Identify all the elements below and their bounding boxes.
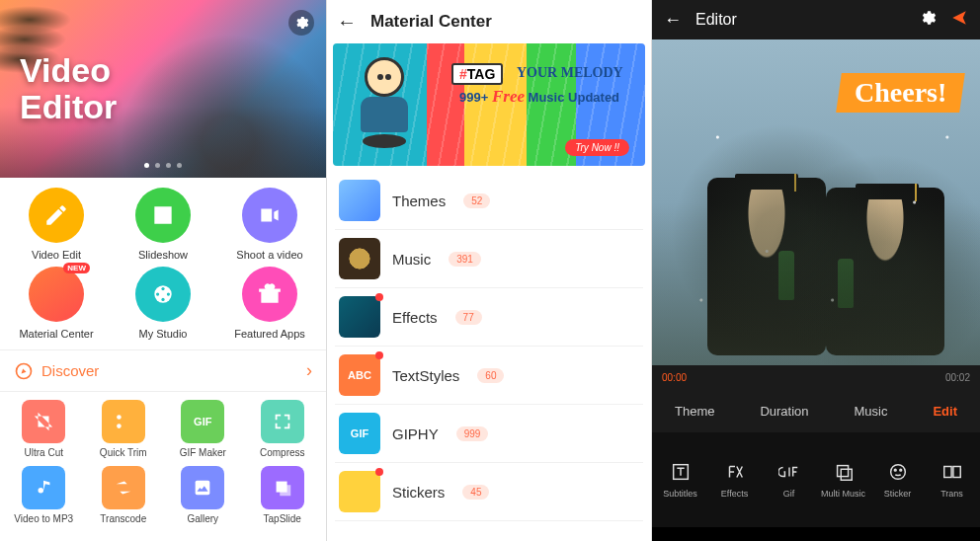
- text-overlay[interactable]: Cheers!: [839, 73, 962, 113]
- back-button[interactable]: ←: [664, 10, 682, 31]
- count-badge: 77: [455, 310, 482, 325]
- editor-tabs: Theme Duration Music Edit: [652, 389, 980, 432]
- home-screen: Video Editor Video Edit Slideshow Shoot …: [0, 0, 326, 541]
- count-badge: 391: [449, 252, 481, 267]
- screen-title: Material Center: [370, 12, 492, 32]
- settings-button[interactable]: [919, 9, 937, 31]
- menu-label: Material Center: [19, 328, 93, 340]
- tool-video-to-mp3[interactable]: Video to MP3: [6, 466, 82, 524]
- main-menu-grid: Video Edit Slideshow Shoot a video NEW M…: [0, 178, 326, 346]
- convert-icon: [113, 477, 134, 499]
- chevron-right-icon: ›: [306, 360, 312, 381]
- tool-quick-trim[interactable]: Quick Trim: [86, 400, 162, 458]
- tab-theme[interactable]: Theme: [675, 404, 714, 419]
- svg-rect-10: [280, 485, 290, 496]
- menu-featured-apps[interactable]: Featured Apps: [219, 267, 320, 340]
- material-center-screen: ← Material Center #TAG YOUR MELODY 999+ …: [326, 0, 652, 541]
- tool-gif[interactable]: Gif: [763, 461, 815, 499]
- screen-title: Editor: [695, 11, 737, 29]
- discover-row[interactable]: Discover ›: [0, 349, 326, 392]
- scissors-icon: [113, 411, 134, 432]
- material-row-music[interactable]: Music 391: [335, 230, 643, 288]
- new-dot: [375, 468, 383, 476]
- text-icon: [670, 461, 692, 483]
- time-end: 00:02: [945, 372, 970, 383]
- slides-icon: [272, 477, 293, 499]
- svg-rect-13: [841, 469, 852, 480]
- tool-transcode[interactable]: Transcode: [86, 466, 162, 524]
- export-button[interactable]: [950, 9, 968, 31]
- new-badge: NEW: [63, 263, 90, 273]
- menu-label: Video Edit: [32, 249, 81, 261]
- video-preview[interactable]: Cheers!: [652, 39, 980, 365]
- music-note-icon: [33, 477, 54, 499]
- svg-rect-17: [943, 467, 950, 478]
- try-now-button[interactable]: Try Now !!: [565, 139, 629, 156]
- svg-rect-18: [952, 467, 959, 478]
- gif-icon: [778, 461, 800, 483]
- pencil-icon: [43, 202, 69, 228]
- giphy-thumb: GIF: [339, 413, 380, 454]
- menu-my-studio[interactable]: My Studio: [113, 267, 213, 340]
- tool-effects[interactable]: Effects: [708, 461, 761, 499]
- new-dot: [375, 351, 383, 359]
- menu-label: Featured Apps: [234, 328, 305, 340]
- back-button[interactable]: ←: [337, 11, 357, 34]
- compress-icon: [272, 411, 293, 432]
- material-row-giphy[interactable]: GIF GIPHY 999: [335, 405, 643, 463]
- confetti-overlay: [652, 39, 980, 365]
- tool-gif-maker[interactable]: GIFGIF Maker: [165, 400, 241, 458]
- settings-button[interactable]: [288, 10, 314, 36]
- tool-multi-music[interactable]: Multi Music: [817, 461, 869, 499]
- tag-chip: #TAG: [451, 63, 503, 85]
- menu-shoot-video[interactable]: Shoot a video: [219, 188, 320, 261]
- tool-gallery[interactable]: Gallery: [165, 466, 241, 524]
- toolbar: ← Material Center: [327, 0, 651, 43]
- promo-banner[interactable]: #TAG YOUR MELODY 999+ Free Music Updated…: [333, 43, 645, 166]
- svg-point-16: [899, 469, 901, 471]
- tool-sticker[interactable]: Sticker: [871, 461, 924, 499]
- menu-label: Shoot a video: [236, 249, 302, 261]
- tab-duration[interactable]: Duration: [760, 404, 808, 419]
- material-row-textstyles[interactable]: ABC TextStyles 60: [335, 347, 643, 405]
- material-row-stickers[interactable]: Stickers 45: [335, 463, 643, 521]
- stickers-thumb: [339, 471, 380, 512]
- svg-point-1: [161, 287, 164, 290]
- editor-toolbar: ← Editor: [652, 0, 980, 39]
- edit-tools: Subtitles Effects Gif Multi Music Sticke…: [652, 432, 980, 527]
- svg-rect-8: [196, 481, 210, 496]
- svg-point-15: [894, 469, 896, 471]
- person-graduate: [826, 188, 944, 355]
- svg-point-7: [117, 424, 122, 428]
- menu-video-edit[interactable]: Video Edit: [6, 188, 107, 261]
- svg-point-6: [117, 415, 122, 420]
- menu-slideshow[interactable]: Slideshow: [113, 188, 213, 261]
- count-badge: 60: [477, 368, 504, 383]
- material-row-themes[interactable]: Themes 52: [335, 172, 643, 230]
- tab-music[interactable]: Music: [855, 404, 888, 419]
- download-icon: [43, 281, 69, 307]
- tool-ultra-cut[interactable]: Ultra Cut: [6, 400, 82, 458]
- svg-rect-12: [837, 466, 848, 477]
- tool-transition[interactable]: Trans: [926, 461, 978, 499]
- material-row-effects[interactable]: Effects 77: [335, 288, 643, 347]
- menu-material-center[interactable]: NEW Material Center: [6, 267, 107, 340]
- gear-icon: [919, 9, 937, 27]
- tool-subtitles[interactable]: Subtitles: [654, 461, 706, 499]
- promo-subtitle: 999+ Free Music Updated: [459, 87, 619, 107]
- bottle-icon: [838, 259, 854, 308]
- gift-icon: [257, 281, 283, 307]
- hero-banner[interactable]: Video Editor: [0, 0, 326, 178]
- layers-icon: [833, 461, 855, 483]
- image-icon: [150, 202, 176, 228]
- timeline[interactable]: 00:00 00:02: [652, 365, 980, 389]
- music-thumb: [339, 238, 380, 279]
- pager-dots: [144, 163, 182, 168]
- app-title: Video Editor: [20, 52, 117, 126]
- bottle-icon: [778, 251, 794, 300]
- tool-compress[interactable]: Compress: [245, 400, 321, 458]
- camera-icon: [257, 202, 283, 228]
- reel-icon: [150, 281, 176, 307]
- tool-tapslide[interactable]: TapSlide: [245, 466, 321, 524]
- tab-edit[interactable]: Edit: [933, 404, 957, 419]
